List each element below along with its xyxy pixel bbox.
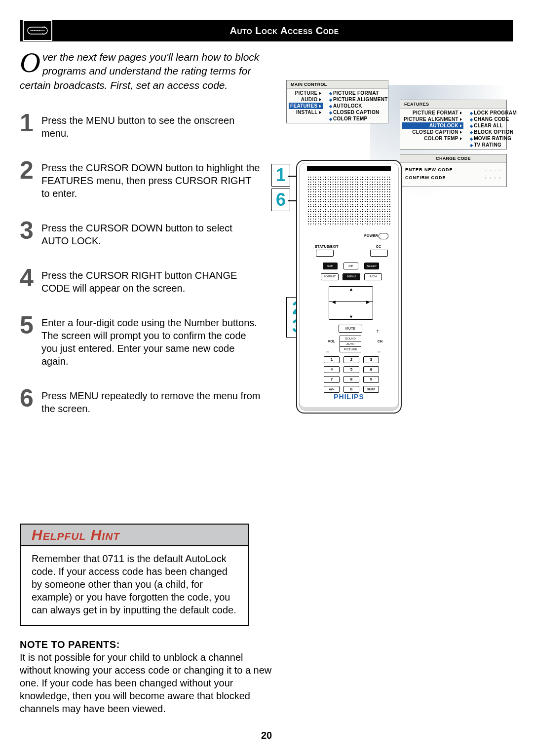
step-number: 2 [20,159,41,182]
step-text: Press the CURSOR DOWN button to highligh… [41,159,262,200]
svg-point-5 [39,30,40,31]
confirm-code-value: - - - - [485,175,502,180]
format-button: FORMAT [321,273,339,280]
header-remote-icon [23,20,52,41]
step-text: Press the CURSOR RIGHT button CHANGE COD… [41,267,262,295]
mute-button: MUTE [339,325,362,333]
ach-button: A/CH [364,273,382,280]
helpful-hint-box: Helpful Hint Remember that 0711 is the d… [20,524,249,626]
up-arrow-icon: ▲ [349,287,353,292]
svg-point-4 [37,30,38,31]
osd-change-code: CHANGE CODE ENTER NEW CODE- - - - CONFIR… [400,154,507,187]
power-label: POWER [364,234,379,237]
step-text: Enter a four-digit code using the Number… [41,314,262,368]
confirm-code-label: CONFIRM CODE [405,175,446,180]
ch-label: CH [375,340,385,343]
status-button [316,250,334,257]
step-text: Press the MENU button to see the onscree… [41,112,262,140]
step-2: 2 Press the CURSOR DOWN button to highli… [20,159,262,200]
plus-icon: + [376,328,380,335]
illustration: MAIN CONTROL PICTURE AUDIO FEATURES INST… [271,80,508,425]
svg-point-2 [32,30,33,31]
minus-icon: − [377,348,381,355]
left-arrow-icon: ◀ [332,300,336,304]
menu-button: MENU [343,273,360,280]
header-title: Auto Lock Access Code [55,25,513,37]
callout-1: 1 [271,164,290,187]
intro-paragraph: Over the next few pages you'll learn how… [20,50,262,92]
note-body: It is not possible for your child to unb… [20,651,276,715]
status-label: STATUS/EXIT [312,245,342,248]
minus-icon: − [326,348,329,355]
sleep-button: SLEEP [364,263,379,269]
osd-features: FEATURES PICTURE FORMAT PICTURE ALIGNMEN… [400,100,507,150]
step-number: 5 [20,314,41,337]
osd-features-left-col: PICTURE FORMAT PICTURE ALIGNMENT AUTOLOC… [400,109,465,149]
enter-new-code-label: ENTER NEW CODE [405,167,453,172]
step-4: 4 Press the CURSOR RIGHT button CHANGE C… [20,267,262,295]
step-3: 3 Press the CURSOR DOWN button to select… [20,220,262,247]
callout-6: 6 [271,189,290,211]
page-number: 20 [20,730,513,741]
osd-main-right-col: ◆PICTURE FORMAT ◆PICTURE ALIGNMENT ◆AUTO… [325,89,391,123]
note-to-parents: NOTE TO PARENTS: It is not possible for … [20,638,276,715]
down-arrow-icon: ▼ [349,314,353,319]
step-1: 1 Press the MENU button to see the onscr… [20,112,262,140]
power-button [379,233,388,239]
osd-title: FEATURES [400,100,506,109]
step-6: 6 Press MENU repeatedly to remove the me… [20,387,262,415]
step-number: 6 [20,387,41,410]
remote-illustration: POWER STATUS/EXIT CC SAP PIP SLEEP FORMA… [296,160,402,414]
enter-new-code-value: - - - - [485,167,502,172]
step-number: 3 [20,220,41,242]
right-arrow-icon: ▶ [366,300,370,304]
cursor-ring: ▲ ▼ ◀ ▶ [329,286,373,320]
step-text: Press MENU repeatedly to remove the menu… [41,387,262,415]
step-number: 1 [20,112,41,134]
sound-auto-picture-stack: SOUND AUTO PICTURE [340,336,361,352]
pip-button: PIP [343,263,358,269]
cc-button [370,250,388,257]
note-title: NOTE TO PARENTS: [20,638,276,651]
sap-button: SAP [323,263,338,269]
vol-label: VOL [327,340,337,343]
osd-features-right-col: ◆LOCK PROGRAM ◆CHANG CODE ◆CLEAR ALL ◆BL… [465,109,520,149]
svg-point-3 [34,30,35,31]
osd-title: MAIN CONTROL [287,80,388,89]
page-header: Auto Lock Access Code [20,20,513,41]
hint-body: Remember that 0711 is the default AutoLo… [21,546,248,625]
osd-main-left-col: PICTURE AUDIO FEATURES INSTALL [287,89,325,123]
osd-main-control: MAIN CONTROL PICTURE AUDIO FEATURES INST… [286,80,388,123]
osd-title: CHANGE CODE [400,154,506,163]
step-text: Press the CURSOR DOWN button to select A… [41,220,262,247]
step-5: 5 Enter a four-digit code using the Numb… [20,314,262,368]
number-pad: 123 456 789 AV+0SURF [324,356,383,396]
cc-label: CC [375,245,382,248]
brand-logo: PHILIPS [297,393,401,401]
hint-title: Helpful Hint [32,527,120,543]
intro-dropcap: O [20,50,42,75]
step-number: 4 [20,267,41,289]
